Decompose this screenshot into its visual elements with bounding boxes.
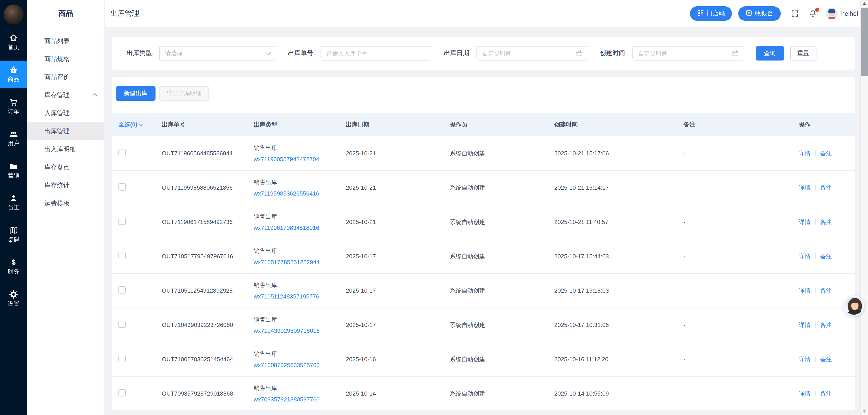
new-outbound-button[interactable]: 新建出库 [116, 86, 156, 101]
rail-item-products[interactable]: 商品 [0, 61, 27, 88]
source-order-link[interactable]: wx711906170834518016 [254, 224, 319, 231]
scrollbar-thumb[interactable] [861, 8, 868, 76]
cell-outbound-no: OUT710087030251454464 [162, 356, 254, 362]
reset-button[interactable]: 重置 [790, 46, 816, 61]
table-row: OUT710511254912892928 销售出库 wx71051124835… [112, 274, 855, 308]
source-order-link[interactable]: wx710511248357195776 [254, 293, 319, 300]
created-time-input[interactable] [632, 46, 743, 61]
rail-item-finance[interactable]: $ 财务 [0, 253, 27, 280]
users-icon [9, 130, 18, 139]
source-order-link[interactable]: wx710439029509718016 [254, 327, 320, 334]
detail-link[interactable]: 详情 [799, 389, 811, 397]
remark-link[interactable]: 备注 [820, 389, 832, 397]
source-order-link[interactable]: wx710087025633525760 [254, 362, 320, 369]
remark-link[interactable]: 备注 [820, 321, 832, 329]
sidebar-item-stock-stats[interactable]: 库存统计 [27, 176, 104, 194]
source-order-link[interactable]: wx711960557942472704 [254, 156, 319, 163]
cell-outbound-no: OUT711960564485586944 [162, 150, 254, 157]
store-logo[interactable] [4, 4, 24, 24]
outbound-type-text: 销售出库 [254, 281, 342, 289]
rail-item-label: 首页 [8, 44, 20, 50]
filter-outbound-no: 出库单号: [288, 46, 431, 61]
remark-link[interactable]: 备注 [820, 286, 832, 295]
remark-link[interactable]: 备注 [820, 252, 832, 260]
detail-link[interactable]: 详情 [799, 218, 811, 226]
cell-outbound-type: 销售出库 wx709357921380597760 [254, 384, 346, 403]
rail-nav: 首页 商品 订单 用户 营销 员工 [0, 29, 27, 312]
sidebar-item-inventory-management[interactable]: 库存管理 [27, 86, 104, 104]
cell-outbound-type: 销售出库 wx710511248357195776 [254, 281, 346, 300]
row-checkbox[interactable] [119, 183, 126, 191]
remark-link[interactable]: 备注 [820, 355, 832, 363]
rail-item-settings[interactable]: 设置 [0, 285, 27, 312]
divider [815, 322, 815, 328]
user-menu[interactable]: heihei [826, 8, 858, 20]
row-checkbox[interactable] [119, 321, 126, 328]
map-icon [9, 226, 18, 235]
scroll-up-arrow-icon[interactable] [863, 2, 866, 5]
sidebar-item-product-specs[interactable]: 商品规格 [27, 50, 104, 68]
rail-item-label: 财务 [8, 269, 20, 275]
remark-link[interactable]: 备注 [820, 183, 832, 192]
cell-outbound-type: 销售出库 wx711960557942472704 [254, 144, 346, 163]
scroll-down-arrow-icon[interactable] [863, 410, 866, 413]
source-order-link[interactable]: wx710517785251282944 [254, 259, 320, 266]
row-checkbox[interactable] [119, 149, 126, 156]
cell-remark: - [684, 218, 799, 225]
outbound-date-input[interactable] [476, 46, 587, 61]
sidebar-item-inout-detail[interactable]: 出入库明细 [27, 140, 104, 158]
detail-link[interactable]: 详情 [799, 149, 811, 158]
sidebar-item-inbound-management[interactable]: 入库管理 [27, 104, 104, 122]
cell-operation: 详情 备注 [799, 355, 854, 363]
header-outbound-no: 出库单号 [162, 120, 254, 129]
cell-operator: 系统自动创建 [450, 286, 554, 295]
fullscreen-icon[interactable] [790, 9, 799, 18]
rail-item-table-code[interactable]: 桌码 [0, 221, 27, 248]
remark-link[interactable]: 备注 [820, 149, 832, 158]
sidebar-item-stock-taking[interactable]: 库存盘点 [27, 158, 104, 176]
row-checkbox[interactable] [119, 286, 126, 293]
rail-item-label: 桌码 [8, 237, 20, 243]
header-operation: 操作 [799, 120, 854, 129]
header-outbound-type: 出库类型 [254, 120, 346, 129]
sidebar-item-freight-template[interactable]: 运费模板 [27, 194, 104, 212]
remark-link[interactable]: 备注 [820, 218, 832, 226]
cell-remark: - [684, 356, 799, 362]
outbound-no-label: 出库单号: [288, 49, 315, 57]
detail-link[interactable]: 详情 [799, 286, 811, 295]
cell-checkbox [112, 286, 162, 295]
row-checkbox[interactable] [119, 389, 126, 396]
rail-item-home[interactable]: 首页 [0, 29, 27, 56]
source-order-link[interactable]: wx711959853626556416 [254, 190, 319, 197]
row-checkbox[interactable] [119, 355, 126, 362]
export-outbound-button[interactable]: 导出出库明细 [159, 86, 209, 101]
sidebar-item-outbound-management[interactable]: 出库管理 [27, 122, 104, 140]
outbound-no-input[interactable] [320, 46, 431, 61]
cell-created-time: 2025-10-17 15:44:03 [554, 253, 684, 260]
cashier-button[interactable]: ¥ 收银台 [738, 6, 780, 21]
detail-link[interactable]: 详情 [799, 321, 811, 329]
source-order-link[interactable]: wx709357921380597760 [254, 396, 320, 403]
outbound-type-select[interactable]: 请选择 [159, 46, 275, 61]
rail-item-marketing[interactable]: 营销 [0, 157, 27, 184]
store-qrcode-button[interactable]: 门店码 [690, 6, 732, 21]
rail-item-users[interactable]: 用户 [0, 125, 27, 152]
detail-link[interactable]: 详情 [799, 252, 811, 260]
detail-link[interactable]: 详情 [799, 183, 811, 192]
sidebar-item-product-list[interactable]: 商品列表 [27, 32, 104, 50]
notification-bell-icon[interactable] [809, 9, 817, 18]
rail-item-orders[interactable]: 订单 [0, 93, 27, 120]
cell-operation: 详情 备注 [799, 149, 854, 158]
cell-created-time: 2025-10-21 15:17:06 [554, 150, 684, 157]
cell-created-time: 2025-10-21 11:40:57 [554, 218, 684, 225]
cell-outbound-type: 销售出库 wx711906170834518016 [254, 213, 346, 231]
row-checkbox[interactable] [119, 218, 126, 225]
header-select-all[interactable]: 全选(0) [112, 120, 162, 129]
detail-link[interactable]: 详情 [799, 355, 811, 363]
sidebar-item-product-reviews[interactable]: 商品评价 [27, 68, 104, 86]
search-button[interactable]: 查询 [756, 46, 784, 61]
rail-item-staff[interactable]: 员工 [0, 189, 27, 216]
vertical-scrollbar[interactable] [860, 0, 868, 415]
row-checkbox[interactable] [119, 252, 126, 259]
service-avatar-widget[interactable] [844, 296, 864, 316]
